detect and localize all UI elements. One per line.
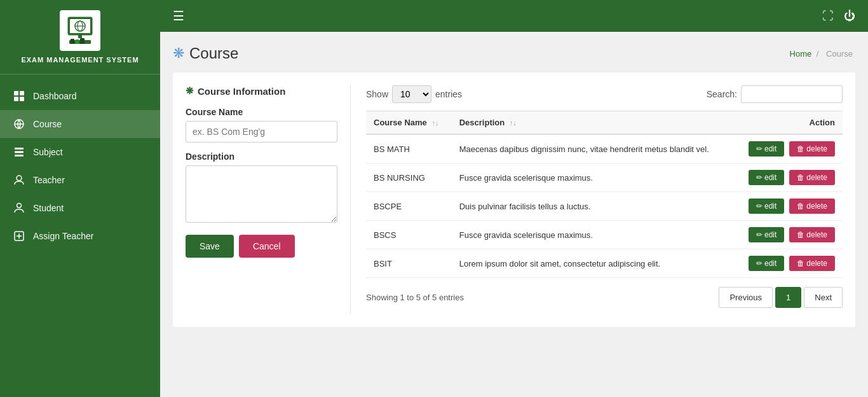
edit-button[interactable]: ✏ edit bbox=[749, 256, 785, 271]
cell-description: Fusce gravida scelerisque maximus. bbox=[452, 221, 734, 249]
table-body: BS MATH Maecenas dapibus dignissim nunc,… bbox=[366, 134, 843, 278]
form-buttons: Save Cancel bbox=[186, 235, 337, 258]
pagination: Previous 1 Next bbox=[719, 287, 843, 308]
form-section: ❋ Course Information Course Name Descrip… bbox=[186, 85, 351, 314]
sidebar: Exam Management System Dashboard Course … bbox=[0, 0, 160, 397]
courses-table: Course Name ↑↓ Description ↑↓ Action bbox=[366, 111, 843, 278]
table-row: BSCPE Duis pulvinar facilisis tellus a l… bbox=[366, 192, 843, 221]
form-section-title: ❋ Course Information bbox=[186, 85, 337, 97]
edit-button[interactable]: ✏ edit bbox=[749, 170, 785, 185]
svg-rect-16 bbox=[15, 148, 24, 150]
content-area: ❋ Course Home / Course ❋ Course Informat… bbox=[160, 32, 868, 397]
sidebar-item-label-course: Course bbox=[33, 119, 62, 129]
sort-icon-desc: ↑↓ bbox=[510, 119, 517, 127]
description-label: Description bbox=[186, 151, 337, 162]
menu-toggle[interactable]: ☰ bbox=[173, 8, 184, 24]
svg-rect-17 bbox=[15, 151, 24, 153]
table-footer: Showing 1 to 5 of 5 entries Previous 1 N… bbox=[366, 287, 843, 308]
topbar: ☰ ⛶ ⏻ bbox=[160, 0, 868, 32]
sidebar-item-label-subject: Subject bbox=[33, 147, 63, 157]
delete-button[interactable]: 🗑 delete bbox=[789, 227, 835, 242]
cell-action: ✏ edit 🗑 delete bbox=[734, 192, 843, 221]
breadcrumb-separator: / bbox=[817, 49, 819, 59]
svg-rect-11 bbox=[20, 91, 24, 95]
edit-button[interactable]: ✏ edit bbox=[749, 141, 785, 157]
main-panel: ❋ Course Information Course Name Descrip… bbox=[173, 73, 855, 327]
cell-description: Maecenas dapibus dignissim nunc, vitae h… bbox=[452, 134, 734, 164]
search-box: Search: bbox=[707, 85, 843, 103]
showing-text: Showing 1 to 5 of 5 entries bbox=[366, 293, 464, 302]
delete-button[interactable]: 🗑 delete bbox=[789, 198, 835, 214]
cell-action: ✏ edit 🗑 delete bbox=[734, 134, 843, 164]
svg-rect-13 bbox=[20, 97, 24, 101]
cell-course-name: BS MATH bbox=[366, 134, 452, 164]
sidebar-item-course[interactable]: Course bbox=[0, 110, 160, 138]
course-name-label: Course Name bbox=[186, 107, 337, 117]
svg-point-20 bbox=[17, 204, 22, 208]
breadcrumb: Home / Course bbox=[790, 49, 855, 59]
entries-select[interactable]: 10 25 50 100 bbox=[392, 85, 431, 103]
course-name-group: Course Name bbox=[186, 107, 337, 143]
table-row: BS NURSING Fusce gravida scelerisque max… bbox=[366, 164, 843, 192]
delete-button[interactable]: 🗑 delete bbox=[789, 141, 835, 157]
topbar-actions: ⛶ ⏻ bbox=[822, 10, 855, 23]
edit-button[interactable]: ✏ edit bbox=[749, 198, 785, 214]
svg-rect-18 bbox=[15, 155, 24, 157]
main-container: ☰ ⛶ ⏻ ❋ Course Home / Course ❋ bbox=[160, 0, 868, 397]
sidebar-item-student[interactable]: Student bbox=[0, 194, 160, 222]
breadcrumb-current: Course bbox=[826, 49, 853, 59]
sidebar-item-subject[interactable]: Subject bbox=[0, 138, 160, 166]
delete-button[interactable]: 🗑 delete bbox=[789, 170, 835, 185]
previous-button[interactable]: Previous bbox=[719, 287, 773, 308]
sidebar-item-assign-teacher[interactable]: Assign Teacher bbox=[0, 222, 160, 250]
svg-rect-10 bbox=[14, 91, 18, 95]
delete-button[interactable]: 🗑 delete bbox=[789, 256, 835, 271]
page-title: ❋ Course bbox=[173, 45, 238, 62]
student-icon bbox=[13, 202, 25, 214]
col-course-name[interactable]: Course Name ↑↓ bbox=[366, 111, 452, 135]
col-description[interactable]: Description ↑↓ bbox=[452, 111, 734, 135]
next-button[interactable]: Next bbox=[804, 287, 843, 308]
page-title-text: Course bbox=[189, 45, 238, 62]
sidebar-item-dashboard[interactable]: Dashboard bbox=[0, 82, 160, 110]
cell-action: ✏ edit 🗑 delete bbox=[734, 221, 843, 249]
page-1-button[interactable]: 1 bbox=[775, 287, 801, 308]
show-entries: Show 10 25 50 100 entries bbox=[366, 85, 462, 103]
svg-rect-12 bbox=[14, 97, 18, 101]
table-row: BS MATH Maecenas dapibus dignissim nunc,… bbox=[366, 134, 843, 164]
svg-rect-9 bbox=[80, 38, 85, 44]
edit-button[interactable]: ✏ edit bbox=[749, 227, 785, 242]
sidebar-nav: Dashboard Course Subject Teacher Student bbox=[0, 74, 160, 397]
power-icon[interactable]: ⏻ bbox=[844, 10, 855, 23]
show-label: Show bbox=[366, 89, 388, 99]
col-action: Action bbox=[734, 111, 843, 135]
table-head: Course Name ↑↓ Description ↑↓ Action bbox=[366, 111, 843, 135]
cell-course-name: BSCPE bbox=[366, 192, 452, 221]
cell-description: Duis pulvinar facilisis tellus a luctus. bbox=[452, 192, 734, 221]
svg-rect-8 bbox=[76, 39, 79, 44]
course-name-input[interactable] bbox=[186, 121, 337, 143]
hamburger-icon: ☰ bbox=[173, 9, 184, 23]
breadcrumb-home[interactable]: Home bbox=[790, 49, 812, 59]
cancel-button[interactable]: Cancel bbox=[239, 235, 295, 258]
description-textarea[interactable] bbox=[186, 165, 337, 223]
sidebar-logo: Exam Management System bbox=[0, 0, 160, 74]
app-title: Exam Management System bbox=[21, 56, 139, 64]
cell-course-name: BS NURSING bbox=[366, 164, 452, 192]
search-label: Search: bbox=[707, 89, 737, 99]
svg-rect-5 bbox=[78, 35, 82, 38]
assign-icon bbox=[13, 230, 25, 242]
cell-action: ✏ edit 🗑 delete bbox=[734, 164, 843, 192]
sort-icon-name: ↑↓ bbox=[431, 119, 438, 127]
sidebar-item-label-student: Student bbox=[33, 203, 64, 213]
description-group: Description bbox=[186, 151, 337, 225]
cell-description: Lorem ipsum dolor sit amet, consectetur … bbox=[452, 249, 734, 278]
search-input[interactable] bbox=[741, 85, 843, 103]
expand-icon[interactable]: ⛶ bbox=[822, 10, 834, 23]
cell-course-name: BSIT bbox=[366, 249, 452, 278]
sidebar-item-label-dashboard: Dashboard bbox=[33, 91, 77, 101]
svg-rect-7 bbox=[71, 39, 74, 44]
sidebar-item-teacher[interactable]: Teacher bbox=[0, 166, 160, 194]
save-button[interactable]: Save bbox=[186, 235, 234, 258]
table-controls: Show 10 25 50 100 entries Search: bbox=[366, 85, 843, 103]
